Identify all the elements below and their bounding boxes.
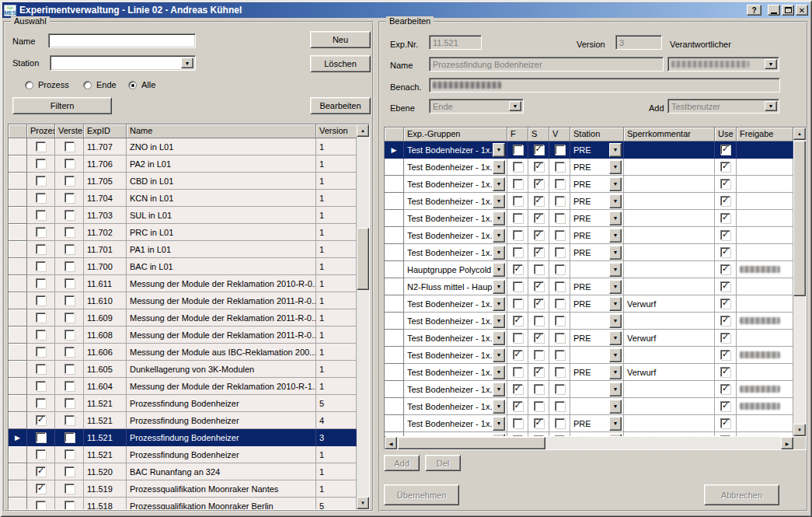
loeschen-button[interactable]: Löschen	[310, 55, 371, 72]
v-cell[interactable]	[549, 415, 570, 432]
use-checkbox[interactable]	[720, 299, 730, 309]
versteckt-checkbox[interactable]	[64, 484, 75, 494]
expid-cell[interactable]: 11.703	[84, 207, 127, 224]
table-row[interactable]: ▶ Test Bodenheizer - 1x... ▼ PRE ▼	[385, 141, 793, 159]
freigabe-cell[interactable]	[737, 159, 793, 176]
s-checkbox[interactable]	[534, 247, 544, 257]
s-cell[interactable]	[528, 227, 549, 244]
chevron-down-icon[interactable]: ▼	[493, 400, 505, 414]
prozess-cell[interactable]	[27, 446, 55, 463]
versteckt-cell[interactable]	[55, 412, 84, 429]
v-checkbox[interactable]	[555, 281, 565, 292]
freigabe-cell[interactable]	[737, 244, 793, 261]
prozess-cell[interactable]	[27, 327, 55, 344]
row-selector[interactable]: ▶	[9, 309, 27, 327]
use-cell[interactable]	[715, 176, 737, 193]
chevron-down-icon[interactable]: ▼	[609, 143, 622, 157]
version-cell[interactable]: 1	[316, 327, 357, 344]
row-selector[interactable]: ▶	[9, 207, 27, 224]
f-cell[interactable]	[507, 313, 528, 330]
col-versteckt[interactable]: Verste	[55, 124, 84, 138]
prozess-cell[interactable]	[27, 463, 55, 480]
table-row[interactable]: ▶ 11.521 Prozessfindung Bodenheizer 1	[9, 446, 357, 463]
s-checkbox[interactable]	[534, 145, 544, 155]
versteckt-cell[interactable]	[55, 378, 84, 395]
use-cell[interactable]	[715, 313, 737, 330]
station-cell[interactable]: PRE ▼	[570, 415, 624, 432]
versteckt-checkbox[interactable]	[64, 347, 75, 357]
name-input-value[interactable]	[52, 37, 192, 46]
versteckt-cell[interactable]	[55, 480, 84, 498]
table-row[interactable]: ▶ Test Bodenheizer - 1x... ▼ PRE ▼	[385, 210, 793, 227]
versteckt-checkbox[interactable]	[64, 244, 75, 254]
use-cell[interactable]	[715, 210, 737, 227]
f-cell[interactable]	[507, 210, 528, 227]
s-checkbox[interactable]	[534, 316, 544, 326]
v-cell[interactable]	[549, 347, 570, 364]
chevron-down-icon[interactable]: ▼	[493, 194, 505, 208]
row-selector[interactable]: ▶	[385, 295, 404, 313]
s-cell[interactable]	[528, 381, 549, 398]
freigabe-cell[interactable]	[737, 415, 793, 432]
prozess-checkbox[interactable]	[36, 484, 46, 494]
name-cell[interactable]: SUL in L01	[127, 207, 316, 224]
prozess-checkbox[interactable]	[36, 159, 46, 169]
version-cell[interactable]: 1	[316, 190, 357, 207]
station-cell[interactable]: PRE ▼	[570, 176, 624, 193]
table-row[interactable]: ▶ Test Bodenheizer - 1x... ▼ PRE ▼	[385, 193, 793, 210]
versteckt-checkbox[interactable]	[64, 159, 75, 169]
gruppe-cell[interactable]: Test Bodenheizer - 1x... ▼	[404, 295, 507, 313]
s-cell[interactable]	[528, 261, 549, 278]
row-selector[interactable]: ▶	[385, 227, 404, 244]
f-cell[interactable]	[507, 364, 528, 381]
station-cell[interactable]: PRE ▼	[570, 364, 624, 381]
chevron-down-icon[interactable]: ▼	[609, 314, 622, 328]
right-table-hscrollbar[interactable]: ◀ ▶	[385, 437, 793, 449]
versteckt-cell[interactable]	[55, 207, 84, 224]
scroll-down-icon[interactable]: ▼	[357, 497, 369, 509]
gruppe-cell[interactable]: Hauptgruppe Polycold ▼	[404, 261, 507, 278]
prozess-cell[interactable]	[27, 412, 55, 429]
freigabe-cell[interactable]	[737, 347, 793, 364]
versteckt-cell[interactable]	[55, 241, 84, 258]
versteckt-cell[interactable]	[55, 463, 84, 480]
s-cell[interactable]	[528, 415, 549, 432]
v-checkbox[interactable]	[555, 247, 565, 257]
radio-prozess[interactable]: Prozess	[25, 80, 69, 89]
row-selector[interactable]: ▶	[9, 395, 27, 412]
version-cell[interactable]: 1	[316, 138, 357, 155]
s-checkbox[interactable]	[534, 281, 544, 292]
col-sperrkommentar[interactable]: Sperrkommentar	[624, 128, 715, 141]
row-selector[interactable]: ▶	[385, 415, 404, 432]
use-checkbox[interactable]	[720, 281, 730, 292]
versteckt-checkbox[interactable]	[64, 432, 75, 442]
freigabe-cell[interactable]	[737, 261, 793, 278]
row-selector[interactable]: ▶	[9, 446, 27, 463]
table-row[interactable]: ▶ 11.704 KCN in L01 1	[9, 190, 357, 207]
prozess-checkbox[interactable]	[36, 415, 46, 425]
s-cell[interactable]	[528, 330, 549, 347]
expid-cell[interactable]: 11.611	[84, 275, 127, 292]
row-selector[interactable]: ▶	[9, 412, 27, 429]
col-station[interactable]: Station	[570, 128, 624, 141]
name-cell[interactable]: CBD in L01	[127, 173, 316, 190]
version-cell[interactable]: 1	[316, 480, 357, 498]
use-cell[interactable]	[715, 244, 737, 261]
row-selector[interactable]: ▶	[9, 344, 27, 361]
f-checkbox[interactable]	[513, 299, 523, 309]
expid-cell[interactable]: 11.705	[84, 173, 127, 190]
col-version[interactable]: Version	[316, 124, 357, 138]
expid-cell[interactable]: 11.605	[84, 361, 127, 378]
use-checkbox[interactable]	[720, 367, 730, 377]
chevron-down-icon[interactable]: ▼	[609, 211, 622, 225]
use-checkbox[interactable]	[720, 196, 730, 206]
gruppe-cell[interactable]: Test Bodenheizer - 1x... ▼	[404, 347, 507, 364]
versteckt-checkbox[interactable]	[64, 449, 75, 459]
use-cell[interactable]	[715, 381, 737, 398]
prozess-checkbox[interactable]	[36, 176, 46, 186]
expid-cell[interactable]: 11.521	[84, 446, 127, 463]
v-cell[interactable]	[549, 261, 570, 278]
neu-button[interactable]: Neu	[310, 31, 371, 48]
row-selector[interactable]: ▶	[9, 429, 27, 446]
station-cell[interactable]: PRE ▼	[570, 244, 624, 261]
